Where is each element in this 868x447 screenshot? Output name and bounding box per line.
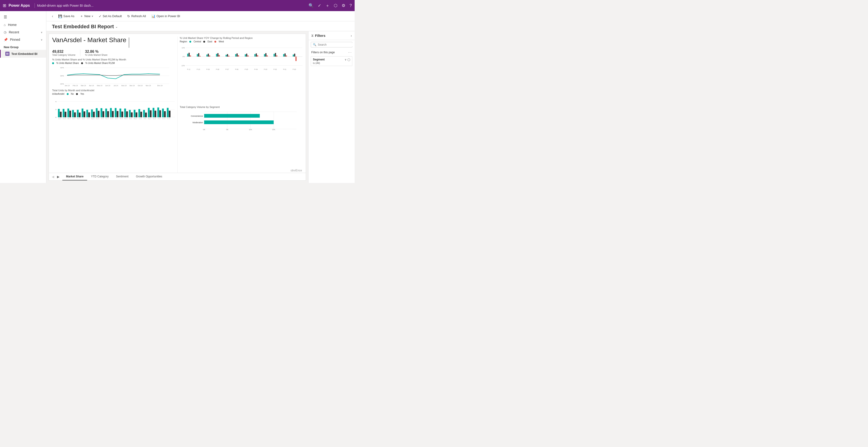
- svg-rect-31: [69, 111, 71, 117]
- svg-text:P-07: P-07: [225, 69, 228, 70]
- sidebar-nav-label: Test Embedded BI: [11, 52, 37, 56]
- svg-rect-120: [245, 55, 246, 57]
- svg-rect-84: [153, 108, 154, 117]
- sidebar-item-pinned[interactable]: 📌 Pinned ∨: [0, 36, 46, 43]
- yoy-chart-svg: 10% 0% -10%: [180, 44, 303, 72]
- waffle-icon[interactable]: ⊞: [3, 3, 6, 8]
- report-tab-ytd-category[interactable]: YTD Category: [87, 173, 112, 180]
- page-title-chevron-icon[interactable]: ⌄: [115, 25, 118, 29]
- svg-text:P-05: P-05: [245, 69, 248, 70]
- report-branding: obviEnce: [291, 169, 302, 172]
- svg-rect-73: [135, 112, 137, 117]
- filters-search-box[interactable]: 🔍: [311, 42, 352, 47]
- svg-rect-75: [138, 109, 140, 117]
- svg-text:Jun-14: Jun-14: [105, 85, 110, 86]
- legend-west: [214, 41, 216, 43]
- svg-rect-61: [117, 111, 118, 117]
- svg-rect-87: [157, 107, 159, 117]
- svg-rect-90: [162, 109, 164, 117]
- filters-section-more-icon[interactable]: ···: [348, 51, 352, 54]
- filters-title: Filters: [315, 34, 326, 37]
- sidebar-item-test-embedded-bi[interactable]: BI Test Embedded BI: [0, 50, 46, 58]
- plus-icon[interactable]: ＋: [326, 3, 330, 8]
- filters-collapse-icon[interactable]: ›: [351, 34, 352, 37]
- svg-text:Apr-13: Apr-13: [72, 118, 75, 119]
- svg-text:10%: 10%: [182, 47, 185, 48]
- svg-rect-52: [102, 111, 104, 117]
- recent-chevron-icon: ∨: [41, 31, 42, 34]
- report-tabs-bar: ◀ ▶ Market Share YTD Category Sentiment …: [49, 173, 306, 180]
- sidebar: ☰ ⌂ Home ◷ Recent ∨ 📌 Pinned ∨ New Group…: [0, 11, 46, 183]
- tab-arrow-left[interactable]: ◀: [51, 174, 55, 179]
- refresh-icon: ↻: [127, 14, 130, 18]
- svg-text:2K: 2K: [55, 109, 57, 110]
- svg-rect-103: [188, 53, 190, 57]
- svg-text:Apr-14: Apr-14: [89, 85, 94, 86]
- svg-text:Jul-13: Jul-13: [87, 118, 90, 119]
- save-as-label: Save As: [63, 14, 74, 18]
- filter-icon[interactable]: ⬡: [334, 3, 338, 8]
- filter-segment-label: Segment: [313, 58, 325, 61]
- filters-search-input[interactable]: [318, 43, 352, 46]
- check-circle-icon[interactable]: ✓: [318, 3, 321, 8]
- svg-rect-129: [274, 54, 275, 57]
- svg-rect-137: [295, 57, 297, 61]
- filter-clear-icon[interactable]: ◯: [347, 58, 350, 61]
- tab-nav-arrows: ◀ ▶: [51, 174, 61, 179]
- svg-rect-106: [198, 53, 199, 57]
- hamburger-button[interactable]: ☰: [0, 13, 46, 21]
- hbar-chart-title: Total Category Volume by Segment: [180, 106, 303, 108]
- yoy-legend: Region Central East West: [180, 40, 303, 43]
- kpi-volume-value: 49,832: [52, 49, 75, 54]
- svg-rect-123: [254, 54, 255, 57]
- report-tab-growth-opportunities[interactable]: Growth Opportunities: [132, 173, 166, 180]
- legend-label-r12m: % Units Market Share R12M: [85, 62, 115, 64]
- svg-text:May-13: May-13: [77, 118, 81, 119]
- svg-rect-128: [267, 55, 268, 57]
- save-as-button[interactable]: 💾 Save As: [56, 13, 77, 19]
- open-in-power-bi-button[interactable]: 📊 Open in Power BI: [149, 13, 182, 19]
- svg-text:5K: 5K: [226, 129, 228, 130]
- filters-section-label: Filters on this page: [311, 51, 335, 54]
- report-tab-sentiment[interactable]: Sentiment: [112, 173, 132, 180]
- report-tab-market-share[interactable]: Market Share: [62, 173, 87, 180]
- legend-label-market-share: % Units Market Share: [56, 62, 79, 64]
- svg-rect-131: [276, 55, 277, 57]
- save-icon: 💾: [58, 14, 62, 18]
- svg-text:Sep-14: Sep-14: [153, 118, 156, 119]
- svg-rect-46: [93, 112, 95, 117]
- help-icon[interactable]: ?: [349, 3, 352, 8]
- set-as-default-button[interactable]: ✓ Set As Default: [96, 13, 124, 19]
- yoy-chart-container: % Unit Market Share YOY Change by Rollin…: [180, 37, 303, 104]
- sidebar-item-recent[interactable]: ◷ Recent ∨: [0, 29, 46, 36]
- tab-arrow-right[interactable]: ▶: [56, 174, 61, 179]
- back-button[interactable]: ‹: [50, 13, 55, 20]
- sidebar-item-home[interactable]: ⌂ Home: [0, 21, 46, 29]
- new-button[interactable]: ＋ New ∨: [78, 13, 95, 20]
- svg-text:P-01: P-01: [283, 69, 286, 70]
- svg-text:4K: 4K: [55, 101, 57, 102]
- filter-card-segment: Segment ∨ ◯ is (All): [311, 56, 352, 66]
- filters-panel: ⧖ Filters › 🔍 Filters on this page ··· S…: [308, 31, 354, 183]
- filter-card-header: Segment ∨ ◯: [313, 58, 350, 61]
- svg-text:Feb-14: Feb-14: [73, 85, 78, 86]
- filter-chevron-icon[interactable]: ∨: [345, 58, 346, 61]
- svg-rect-117: [235, 54, 236, 57]
- search-icon[interactable]: 🔍: [309, 3, 314, 8]
- svg-rect-25: [60, 112, 62, 117]
- svg-text:Jan-14: Jan-14: [65, 85, 70, 86]
- legend-label-west: West: [219, 40, 224, 43]
- svg-text:Oct-14: Oct-14: [158, 118, 161, 119]
- svg-text:Jan-14: Jan-14: [115, 118, 118, 119]
- svg-text:Nov-13: Nov-13: [105, 118, 109, 119]
- svg-text:P-03: P-03: [264, 69, 267, 70]
- refresh-all-button[interactable]: ↻ Refresh All: [125, 13, 148, 19]
- gear-icon[interactable]: ⚙: [342, 3, 345, 8]
- svg-rect-134: [286, 55, 287, 57]
- svg-rect-60: [115, 108, 117, 117]
- svg-rect-91: [164, 111, 166, 117]
- svg-rect-109: [208, 54, 209, 57]
- svg-text:P-00: P-00: [292, 69, 296, 70]
- svg-rect-40: [84, 111, 85, 117]
- bottom-chart-container: Total Units by Month and isVanArsdel isV…: [52, 89, 175, 173]
